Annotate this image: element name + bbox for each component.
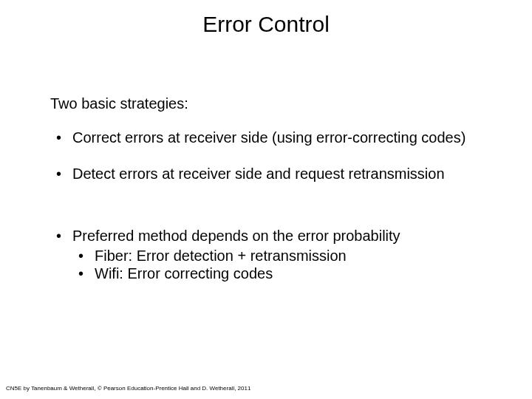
slide: Error Control Two basic strategies: Corr… bbox=[0, 0, 532, 399]
bullet-item: Correct errors at receiver side (using e… bbox=[50, 129, 488, 146]
bullet-text: Preferred method depends on the error pr… bbox=[72, 228, 400, 244]
slide-content: Two basic strategies: Correct errors at … bbox=[50, 95, 488, 300]
slide-title: Error Control bbox=[0, 0, 532, 37]
sub-bullet-list: Fiber: Error detection + retransmission … bbox=[72, 247, 488, 283]
bullet-list: Correct errors at receiver side (using e… bbox=[50, 129, 488, 282]
bullet-text: Detect errors at receiver side and reque… bbox=[72, 166, 445, 182]
sub-bullet-item: Wifi: Error correcting codes bbox=[72, 265, 488, 282]
sub-bullet-text: Wifi: Error correcting codes bbox=[95, 265, 273, 282]
sub-bullet-item: Fiber: Error detection + retransmission bbox=[72, 247, 488, 265]
bullet-item: Preferred method depends on the error pr… bbox=[50, 227, 488, 282]
intro-text: Two basic strategies: bbox=[50, 95, 488, 112]
bullet-text: Correct errors at receiver side (using e… bbox=[72, 129, 466, 146]
bullet-item: Detect errors at receiver side and reque… bbox=[50, 165, 488, 183]
footer-text: CN5E by Tanenbaum & Wetherall, © Pearson… bbox=[6, 385, 250, 392]
sub-bullet-text: Fiber: Error detection + retransmission bbox=[95, 248, 347, 264]
